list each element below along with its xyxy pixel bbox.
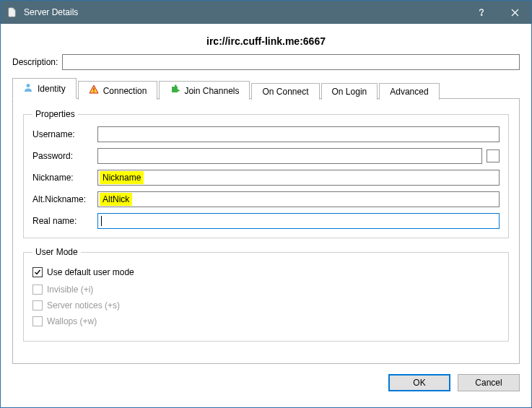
titlebar: Server Details — [1, 1, 531, 24]
altnick-input[interactable]: AltNick — [97, 191, 500, 207]
dialog-content: irc://irc.cuff-link.me:6667 Description:… — [1, 24, 531, 407]
password-input[interactable] — [97, 148, 482, 164]
password-row: Password: — [32, 148, 500, 164]
close-button[interactable] — [498, 1, 531, 24]
tab-on-connect[interactable]: On Connect — [251, 83, 319, 100]
description-input[interactable] — [62, 54, 520, 70]
cancel-button[interactable]: Cancel — [458, 374, 520, 391]
description-label: Description: — [12, 57, 58, 67]
tab-label: Advanced — [390, 87, 428, 97]
window-title: Server Details — [24, 7, 78, 17]
server-url-heading: irc://irc.cuff-link.me:6667 — [12, 35, 520, 47]
checkbox-checked-icon — [32, 267, 43, 277]
dialog-footer: OK Cancel — [12, 374, 520, 391]
checkbox-unchecked-icon — [32, 285, 43, 295]
puzzle-icon — [170, 84, 180, 97]
realname-input[interactable] — [97, 213, 500, 229]
identity-icon — [23, 82, 33, 95]
user-mode-group: User Mode Use default user mode Invisibl… — [23, 247, 509, 342]
wallops-label: Wallops (+w) — [47, 316, 97, 326]
text-caret — [101, 216, 102, 226]
use-default-mode-label: Use default user mode — [47, 267, 134, 277]
nickname-value-highlight: Nickname — [100, 171, 144, 184]
altnick-label: Alt.Nickname: — [32, 194, 97, 204]
password-label: Password: — [32, 151, 97, 161]
username-label: Username: — [32, 129, 97, 139]
server-notices-row: Server notices (+s) — [32, 300, 500, 311]
tab-label: Connection — [103, 86, 147, 96]
nickname-label: Nickname: — [32, 173, 97, 183]
altnick-value-highlight: AltNick — [100, 193, 132, 206]
realname-row: Real name: — [32, 213, 500, 229]
tab-label: Identity — [38, 84, 66, 94]
server-notices-label: Server notices (+s) — [47, 300, 120, 311]
nickname-input[interactable]: Nickname — [97, 170, 500, 186]
password-reveal-checkbox[interactable] — [487, 149, 500, 162]
tab-label: On Connect — [262, 87, 308, 97]
checkbox-unchecked-icon — [32, 300, 43, 311]
tab-on-login[interactable]: On Login — [321, 83, 378, 100]
help-button[interactable] — [465, 1, 498, 24]
svg-rect-2 — [93, 88, 94, 91]
app-icon — [6, 6, 18, 18]
realname-label: Real name: — [32, 216, 97, 226]
invisible-label: Invisible (+i) — [47, 285, 93, 295]
properties-legend: Properties — [32, 109, 78, 119]
description-row: Description: — [12, 54, 520, 70]
altnick-row: Alt.Nickname: AltNick — [32, 191, 500, 207]
tab-advanced[interactable]: Advanced — [379, 83, 439, 100]
tab-join-channels[interactable]: Join Channels — [159, 81, 250, 100]
wallops-row: Wallops (+w) — [32, 316, 500, 326]
svg-point-0 — [481, 14, 482, 16]
ok-button[interactable]: OK — [388, 374, 450, 391]
ok-button-label: OK — [413, 378, 425, 388]
tab-strip: Identity Connection Join Channels On Con… — [12, 77, 520, 99]
cancel-button-label: Cancel — [475, 378, 502, 388]
tab-connection[interactable]: Connection — [78, 81, 158, 100]
checkbox-unchecked-icon — [32, 316, 43, 326]
username-input[interactable] — [97, 126, 500, 142]
user-mode-suboptions: Invisible (+i) Server notices (+s) Wallo… — [32, 285, 500, 326]
tab-label: On Login — [332, 87, 367, 97]
warning-icon — [89, 84, 99, 97]
invisible-row: Invisible (+i) — [32, 285, 500, 295]
tab-body-identity: Properties Username: Password: Nickname — [12, 99, 520, 364]
tab-label: Join Channels — [184, 86, 239, 96]
svg-point-1 — [27, 84, 30, 87]
use-default-mode-row[interactable]: Use default user mode — [32, 267, 500, 277]
svg-rect-3 — [93, 91, 94, 92]
username-row: Username: — [32, 126, 500, 142]
properties-group: Properties Username: Password: Nickname — [23, 109, 509, 238]
user-mode-legend: User Mode — [32, 247, 81, 257]
tab-identity[interactable]: Identity — [12, 78, 77, 99]
nickname-row: Nickname: Nickname — [32, 170, 500, 186]
server-details-dialog: Server Details irc://irc.cuff-link.me:66… — [0, 0, 532, 408]
